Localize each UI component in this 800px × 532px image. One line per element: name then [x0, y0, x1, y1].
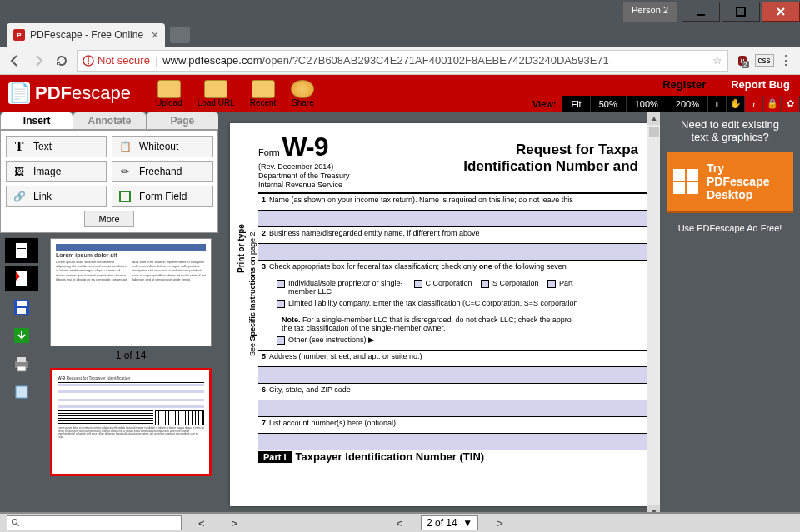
url-text: www.pdfescape.com/open/?C27B608AB293C4E2…: [162, 54, 708, 67]
tab-annotate[interactable]: Annotate: [72, 112, 146, 130]
pdf-page[interactable]: Print or type See Specific Instructions …: [230, 123, 647, 506]
tool-freehand-button[interactable]: ✏Freehand: [112, 161, 212, 182]
form-row-1[interactable]: 1Name (as shown on your income tax retur…: [258, 194, 647, 211]
profile-badge[interactable]: Person 2: [623, 2, 677, 22]
svg-rect-11: [18, 251, 26, 251]
not-secure-indicator[interactable]: Not secure: [82, 54, 150, 67]
thumbnail-page-1-label: 1 of 14: [50, 350, 212, 361]
whiteout-icon: 📋: [118, 139, 132, 154]
vertical-scroll-thumb[interactable]: [649, 127, 659, 137]
checkbox-llc[interactable]: [277, 300, 285, 308]
css-extension-button[interactable]: css: [757, 53, 772, 68]
form-row-3-llc[interactable]: Limited liability company. Enter the tax…: [258, 297, 647, 314]
page-prev-button[interactable]: <: [386, 517, 412, 530]
zoom-fit-button[interactable]: Fit: [562, 96, 590, 112]
thumbnail-page-1[interactable]: Lorem ipsum dolor sit Lorem ipsum dolor …: [50, 238, 212, 346]
back-button[interactable]: [7, 52, 23, 69]
browser-menu-button[interactable]: ⋮: [778, 53, 793, 68]
form-number: W-9: [282, 132, 328, 162]
new-tab-button[interactable]: [170, 27, 190, 43]
search-prev-button[interactable]: <: [188, 517, 215, 530]
app-logo[interactable]: 📄 PDFescape: [8, 82, 131, 104]
tool-whiteout-button[interactable]: 📋Whiteout: [112, 136, 212, 157]
svg-rect-9: [18, 246, 26, 246]
rail-save-button[interactable]: [5, 295, 38, 320]
text-cursor-tool-button[interactable]: I: [708, 96, 727, 112]
tab-page[interactable]: Page: [146, 112, 219, 130]
page-select[interactable]: 2 of 14 ▼: [421, 515, 478, 530]
checkbox-individual[interactable]: [277, 280, 285, 288]
recent-button[interactable]: Recent: [250, 80, 277, 107]
form-row-7[interactable]: 7List account number(s) here (optional): [258, 417, 647, 434]
left-icon-rail: [0, 233, 43, 532]
share-button[interactable]: Share: [291, 80, 314, 107]
document-scroll-area[interactable]: Print or type See Specific Instructions …: [218, 112, 660, 519]
checkbox-other[interactable]: [277, 336, 285, 345]
form-row-5[interactable]: 5Address (number, street, and apt. or su…: [258, 351, 647, 367]
checkbox-s-corp[interactable]: [481, 280, 489, 288]
page-navigator: < 2 of 14 ▼ >: [386, 515, 512, 530]
form-row-3-note: Note. For a single-member LLC that is di…: [258, 314, 647, 334]
window-maximize-button[interactable]: [722, 2, 760, 22]
form-row-3-other[interactable]: Other (see instructions) ▶: [258, 334, 647, 351]
vertical-scrollbar[interactable]: ▲ ▼: [647, 112, 660, 519]
rail-print-button[interactable]: [5, 351, 38, 376]
text-icon: T: [12, 139, 27, 154]
rail-pages-button[interactable]: [5, 238, 38, 263]
report-bug-link[interactable]: Report Bug: [731, 78, 790, 91]
scroll-up-icon[interactable]: ▲: [648, 112, 660, 125]
tool-link-button[interactable]: 🔗Link: [6, 186, 107, 207]
thumbnails-panel[interactable]: Lorem ipsum dolor sit Lorem ipsum dolor …: [43, 233, 218, 532]
reload-button[interactable]: [53, 52, 70, 69]
try-desktop-button[interactable]: TryPDFescapeDesktop: [667, 152, 793, 211]
window-close-button[interactable]: [762, 2, 800, 22]
rail-blank-button[interactable]: [5, 380, 38, 405]
form-revision: (Rev. December 2014): [258, 162, 383, 172]
windows-logo-icon: [673, 169, 698, 194]
rail-download-button[interactable]: [5, 323, 38, 348]
tool-text-button[interactable]: TText: [6, 136, 107, 157]
hand-tool-button[interactable]: ✋: [727, 96, 745, 112]
rail-bookmarks-button[interactable]: [5, 266, 38, 291]
tab-close-icon[interactable]: ×: [152, 28, 158, 42]
register-link[interactable]: Register: [662, 78, 706, 91]
bookmark-star-icon[interactable]: ☆: [712, 54, 722, 67]
page-next-button[interactable]: >: [487, 517, 513, 530]
checkbox-c-corp[interactable]: [414, 280, 422, 288]
thumbnail-page-2[interactable]: W-9 Request for Taxpayer Identification …: [50, 368, 212, 476]
window-minimize-button[interactable]: [682, 2, 720, 22]
tool-image-button[interactable]: 🖼Image: [6, 161, 107, 182]
folder-recent-icon: [252, 80, 275, 98]
zoom-200-button[interactable]: 200%: [668, 96, 708, 112]
ad-free-link[interactable]: Use PDFescape Ad Free!: [667, 223, 793, 233]
ublock-extension-icon[interactable]: u2: [735, 53, 750, 68]
main-area: Insert Annotate Page TText 📋Whiteout 🖼Im…: [0, 112, 800, 532]
upload-button[interactable]: Upload: [156, 80, 182, 107]
zoom-100-button[interactable]: 100%: [627, 96, 668, 112]
checkbox-partnership[interactable]: [548, 280, 556, 288]
zoom-50-button[interactable]: 50%: [591, 96, 627, 112]
load-url-button[interactable]: Load URL: [198, 80, 235, 107]
image-icon: 🖼: [12, 164, 27, 179]
info-button[interactable]: i: [745, 96, 763, 112]
address-bar[interactable]: Not secure | www.pdfescape.com/open/?C27…: [77, 50, 728, 72]
more-tools-button[interactable]: More: [84, 211, 134, 227]
form-row-3-checkboxes[interactable]: Individual/sole proprietor or single-mem…: [258, 277, 647, 297]
view-toolbar: View: Fit 50% 100% 200% I ✋ i 🔒 ✿: [526, 96, 800, 112]
search-next-button[interactable]: >: [222, 517, 248, 530]
left-panel: Insert Annotate Page TText 📋Whiteout 🖼Im…: [0, 112, 218, 532]
form-part-1: Part I Taxpayer Identification Number (T…: [258, 450, 647, 467]
search-input[interactable]: [7, 515, 182, 530]
svg-rect-18: [18, 357, 26, 362]
form-row-3[interactable]: 3Check appropriate box for federal tax c…: [258, 261, 647, 277]
settings-gear-button[interactable]: ✿: [782, 96, 800, 112]
form-row-2[interactable]: 2Business name/disregarded entity name, …: [258, 227, 647, 244]
tab-insert[interactable]: Insert: [0, 112, 73, 130]
promo-panel: Need to edit existingtext & graphics? Tr…: [660, 112, 800, 532]
browser-tab[interactable]: P PDFescape - Free Online ×: [7, 23, 165, 47]
tool-formfield-button[interactable]: Form Field: [112, 186, 212, 207]
folder-upload-icon: [158, 80, 181, 98]
form-row-6[interactable]: 6City, state, and ZIP code: [258, 384, 647, 400]
status-bar: < > < 2 of 14 ▼ >: [0, 512, 800, 532]
lock-button[interactable]: 🔒: [763, 96, 782, 112]
